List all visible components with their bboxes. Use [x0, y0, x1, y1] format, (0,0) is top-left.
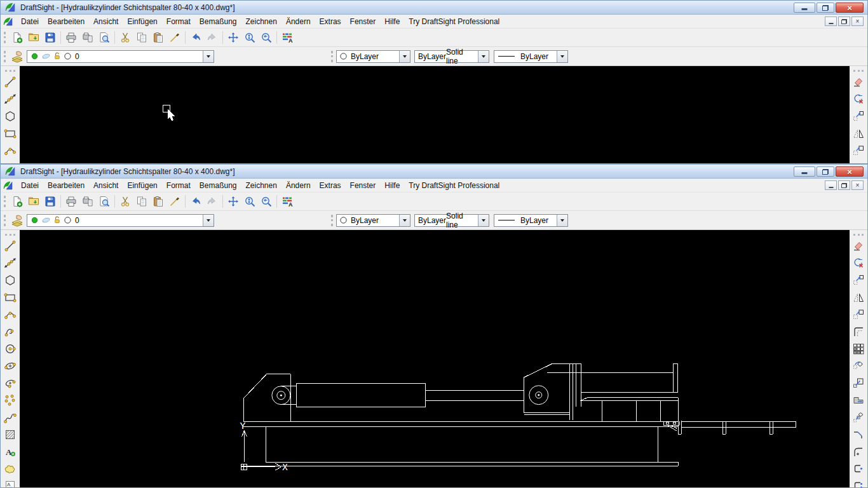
title-bar[interactable]: DraftSight - [Hydraulikzylinder Schichts… [1, 165, 867, 179]
zoom-back-button[interactable] [258, 194, 275, 209]
undo-button[interactable] [187, 30, 204, 45]
layer-combo[interactable]: 0 [27, 50, 214, 63]
toolbar-grip[interactable] [331, 215, 333, 226]
redo-button[interactable] [204, 30, 220, 45]
polygon-tool-button[interactable] [4, 274, 17, 287]
toolbar-grip[interactable] [331, 51, 333, 62]
layers-manager-button[interactable] [9, 213, 25, 228]
rectangle-tool-button[interactable] [4, 291, 17, 304]
menu-item-try-draftsight-professional[interactable]: Try DraftSight Professional [404, 15, 504, 28]
menu-item-datei[interactable]: Datei [17, 15, 43, 28]
line-color-combo-arrow[interactable] [399, 51, 410, 62]
arc-3-point-tool-button[interactable] [4, 144, 17, 157]
menu-item-extras[interactable]: Extras [315, 15, 346, 28]
toolbar-grip[interactable] [4, 196, 6, 207]
revision-cloud-tool-button[interactable] [4, 463, 17, 475]
format-painter-button[interactable] [166, 30, 183, 45]
layer-combo[interactable]: 0 [27, 214, 214, 227]
rotate-tool-button[interactable] [852, 360, 865, 372]
scale-tool-button[interactable] [852, 377, 865, 390]
zoom-dynamic-button[interactable] [241, 194, 258, 209]
palette-grip[interactable] [5, 234, 15, 236]
mirror-tool-button[interactable] [852, 127, 865, 140]
circle-tool-button[interactable] [4, 342, 17, 355]
print-batch-button[interactable] [79, 30, 96, 45]
move-tool-button[interactable] [852, 110, 865, 123]
rectangle-tool-button[interactable] [4, 127, 17, 140]
line-tool-button[interactable] [4, 76, 17, 88]
power-trim-tool-button[interactable] [852, 257, 865, 269]
print-batch-button[interactable] [79, 194, 96, 209]
mdi-minimize-button[interactable] [825, 17, 837, 26]
curve-tool-button[interactable] [4, 325, 17, 338]
hatch-tool-button[interactable] [4, 428, 17, 441]
layers-manager-button[interactable] [9, 49, 25, 64]
menu-item-format[interactable]: Format [162, 179, 195, 192]
zoom-back-button[interactable] [258, 30, 275, 45]
menu-item-bearbeiten[interactable]: Bearbeiten [43, 15, 89, 28]
menu-item-bemassung[interactable]: Bemaßung [195, 15, 241, 28]
palette-grip[interactable] [853, 70, 864, 72]
palette-grip[interactable] [853, 234, 864, 236]
edit-length-tool-button[interactable] [852, 411, 865, 424]
mdi-close-button[interactable]: × [851, 17, 864, 26]
menu-item-format[interactable]: Format [162, 15, 195, 28]
move-tool-button[interactable] [852, 274, 865, 287]
palette-grip[interactable] [5, 70, 15, 72]
offset-tool-button[interactable] [852, 161, 865, 163]
power-trim-tool-button[interactable] [852, 93, 865, 105]
close-button[interactable]: × [836, 3, 864, 13]
offset-tool-button[interactable] [852, 325, 865, 338]
new-file-button[interactable] [9, 30, 25, 45]
line-weight-combo-arrow[interactable] [557, 51, 567, 62]
line-color-combo-arrow[interactable] [399, 215, 410, 226]
trim-tool-button[interactable] [852, 463, 865, 475]
new-file-button[interactable] [9, 194, 25, 209]
layer-combo-arrow[interactable] [203, 51, 214, 62]
line-style-combo-arrow[interactable] [478, 51, 489, 62]
stretch-tool-button[interactable] [852, 394, 865, 407]
menu-item-hilfe[interactable]: Hilfe [380, 179, 404, 192]
menu-item-zeichnen[interactable]: Zeichnen [241, 179, 281, 192]
arc-3-point-tool-button[interactable] [4, 308, 17, 321]
erase-tool-button[interactable] [852, 76, 865, 88]
minimize-button[interactable] [794, 3, 815, 13]
cut-button[interactable] [117, 30, 133, 45]
spline-tool-button[interactable] [4, 411, 17, 424]
menu-item-andern[interactable]: Ändern [281, 179, 315, 192]
points-tool-button[interactable] [4, 394, 17, 407]
extend-tool-button[interactable] [852, 480, 865, 487]
restore-button[interactable] [817, 3, 834, 13]
print-preview-button[interactable] [96, 30, 112, 45]
line-weight-combo[interactable]: ByLayer [494, 50, 568, 63]
chamfer-tool-button[interactable] [852, 428, 865, 441]
copy-button[interactable] [133, 194, 150, 209]
mdi-close-button[interactable]: × [851, 180, 864, 190]
note-tool-button[interactable]: A [4, 480, 17, 487]
save-button[interactable] [42, 30, 58, 45]
fillet-tool-button[interactable] [852, 445, 865, 458]
format-painter-button[interactable] [166, 194, 183, 209]
menu-item-zeichnen[interactable]: Zeichnen [241, 15, 281, 28]
infinite-line-tool-button[interactable] [4, 257, 17, 269]
menu-item-fenster[interactable]: Fenster [346, 179, 381, 192]
ellipse-tool-button[interactable] [4, 360, 17, 372]
mdi-minimize-button[interactable] [825, 180, 837, 190]
toolbar-grip[interactable] [4, 51, 6, 62]
menu-item-andern[interactable]: Ändern [281, 15, 315, 28]
cut-button[interactable] [117, 194, 133, 209]
copy-entity-tool-button[interactable] [852, 308, 865, 321]
menu-item-datei[interactable]: Datei [17, 179, 43, 192]
drawing-canvas[interactable] [20, 66, 850, 163]
polygon-tool-button[interactable] [4, 110, 17, 123]
drawing-canvas[interactable]: YX [20, 230, 850, 487]
menu-item-einfugen[interactable]: Einfügen [123, 179, 161, 192]
close-button[interactable]: × [836, 166, 864, 177]
open-folder-button[interactable] [25, 194, 42, 209]
text-tool-button[interactable]: A [4, 445, 17, 458]
menu-item-einfugen[interactable]: Einfügen [123, 15, 161, 28]
restore-button[interactable] [817, 166, 834, 177]
title-bar[interactable]: DraftSight - [Hydraulikzylinder Schichts… [1, 1, 867, 15]
ellipse-arc-tool-button[interactable] [4, 377, 17, 390]
menu-item-bearbeiten[interactable]: Bearbeiten [43, 179, 89, 192]
